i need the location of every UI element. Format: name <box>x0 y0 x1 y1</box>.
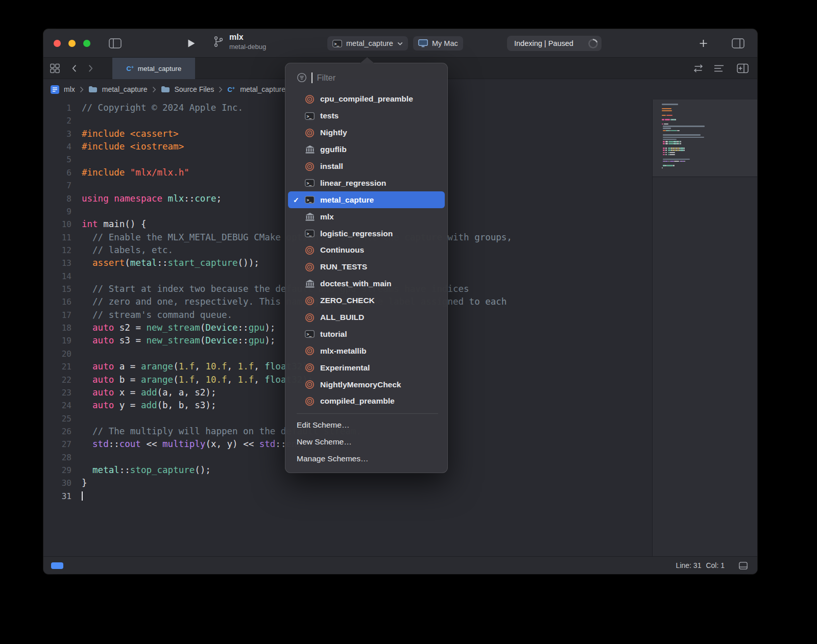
filter-icon <box>297 72 307 83</box>
scheme-selector[interactable]: >_ metal_capture <box>327 36 408 51</box>
menu-action-item[interactable]: Edit Scheme… <box>285 417 447 434</box>
related-items-icon[interactable] <box>50 63 60 73</box>
line-number[interactable]: 28 <box>43 451 71 464</box>
close-window-button[interactable] <box>54 40 61 47</box>
editor-options-icon[interactable] <box>714 64 724 72</box>
scheme-name: metal_capture <box>320 195 374 205</box>
line-number[interactable]: 22 <box>43 374 71 386</box>
line-number[interactable]: 27 <box>43 438 71 451</box>
minimap[interactable] <box>652 100 757 556</box>
back-button[interactable] <box>72 64 77 72</box>
line-number[interactable]: 4 <box>43 140 71 153</box>
line-number[interactable]: 7 <box>43 179 71 192</box>
code-line[interactable]: 31 <box>43 490 652 503</box>
line-number[interactable]: 29 <box>43 464 71 477</box>
target-icon <box>304 363 315 373</box>
svg-text:>_: >_ <box>306 232 311 236</box>
scheme-menu-item[interactable]: Nightly <box>288 125 445 141</box>
scheme-menu-item[interactable]: >_tests <box>288 108 445 125</box>
line-number[interactable]: 5 <box>43 153 71 166</box>
line-number[interactable]: 24 <box>43 399 71 412</box>
forward-button[interactable] <box>88 64 93 72</box>
inspector-toggle-icon[interactable] <box>732 38 744 48</box>
scheme-menu-item[interactable]: Experimental <box>288 359 445 376</box>
breadcrumb-item[interactable]: metal_capture <box>240 85 285 93</box>
new-tab-button[interactable] <box>699 39 708 47</box>
scheme-menu-item[interactable]: install <box>288 158 445 175</box>
line-number[interactable]: 11 <box>43 231 71 244</box>
minimize-window-button[interactable] <box>68 40 76 47</box>
swap-editors-icon[interactable] <box>693 64 704 72</box>
menu-action-item[interactable]: Manage Schemes… <box>285 451 447 467</box>
line-number[interactable]: 18 <box>43 321 71 334</box>
scheme-menu-item[interactable]: mlx-metallib <box>288 342 445 359</box>
line-number[interactable]: 19 <box>43 334 71 347</box>
line-number[interactable]: 9 <box>43 205 71 218</box>
scheme-menu-item[interactable]: >_linear_regression <box>288 175 445 191</box>
code-text <box>82 490 83 503</box>
line-number[interactable]: 21 <box>43 360 71 373</box>
target-icon <box>304 380 315 389</box>
code-text: metal::stop_capture(); <box>82 464 211 477</box>
menu-action-item[interactable]: New Scheme… <box>285 434 447 451</box>
line-number[interactable]: 3 <box>43 128 71 140</box>
cpp-file-icon: C+ <box>126 65 134 72</box>
line-number[interactable]: 2 <box>43 114 71 127</box>
breadcrumb-item[interactable]: metal_capture <box>102 85 148 93</box>
minimap-line <box>662 123 663 125</box>
scheme-menu-item[interactable]: >_logistic_regression <box>288 225 445 242</box>
scheme-menu-item[interactable]: compiled_preamble <box>288 393 445 410</box>
minimap-line <box>665 143 667 144</box>
line-number[interactable]: 8 <box>43 192 71 205</box>
line-number[interactable]: 25 <box>43 412 71 425</box>
navigator-toggle-icon[interactable] <box>109 38 122 48</box>
breadcrumb-item[interactable]: Source Files <box>175 85 214 93</box>
code-text: int main() { <box>82 218 146 231</box>
svg-text:+: + <box>131 65 134 70</box>
code-line[interactable]: 30} <box>43 477 652 489</box>
line-number[interactable]: 6 <box>43 166 71 179</box>
line-number[interactable]: 1 <box>43 102 71 114</box>
scheme-menu-item[interactable]: cpu_compiled_preamble <box>288 91 445 108</box>
line-number[interactable]: 15 <box>43 283 71 295</box>
editor-layout-icon[interactable] <box>739 562 748 569</box>
add-editor-icon[interactable] <box>737 63 749 73</box>
line-number[interactable]: 31 <box>43 490 71 503</box>
target-icon <box>304 313 315 323</box>
scheme-menu-item[interactable]: >_tutorial <box>288 326 445 342</box>
scheme-menu-item[interactable]: RUN_TESTS <box>288 259 445 276</box>
fullscreen-window-button[interactable] <box>83 40 90 47</box>
minimap-line <box>662 110 672 112</box>
minimap-line <box>668 141 674 142</box>
line-number[interactable]: 14 <box>43 270 71 283</box>
run-button[interactable] <box>187 39 196 48</box>
scheme-menu-item[interactable]: gguflib <box>288 141 445 158</box>
destination-selector[interactable]: My Mac <box>413 36 463 51</box>
activity-status-view[interactable]: Indexing | Paused <box>507 36 602 51</box>
line-number[interactable]: 26 <box>43 425 71 438</box>
scheme-menu-item[interactable]: mlx <box>288 208 445 225</box>
line-number[interactable]: 13 <box>43 257 71 269</box>
line-number[interactable]: 12 <box>43 244 71 257</box>
minimap-line <box>670 161 674 162</box>
minimap-line <box>684 150 685 151</box>
scheme-menu-item[interactable]: Continuous <box>288 242 445 259</box>
scheme-menu-item[interactable]: ALL_BUILD <box>288 309 445 326</box>
breakpoint-indicator[interactable] <box>51 562 63 569</box>
status-bar: Line: 31 Col: 1 <box>43 556 757 574</box>
breadcrumb-item[interactable]: mlx <box>64 85 75 93</box>
line-number[interactable]: 10 <box>43 218 71 231</box>
scheme-menu-item[interactable]: NightlyMemoryCheck <box>288 376 445 393</box>
line-number[interactable]: 20 <box>43 348 71 360</box>
scheme-menu-item[interactable]: ✓>_metal_capture <box>288 191 445 208</box>
minimap-line <box>663 154 665 156</box>
line-number[interactable]: 16 <box>43 295 71 308</box>
line-number[interactable]: 23 <box>43 386 71 399</box>
tab-metal-capture[interactable]: C+ metal_capture <box>112 58 195 79</box>
scheme-menu-item[interactable]: ZERO_CHECK <box>288 292 445 309</box>
toolbar: mlx metal-debug >_ metal_capture My Mac … <box>43 29 757 58</box>
scheme-filter-field[interactable]: Filter <box>285 69 447 86</box>
line-number[interactable]: 30 <box>43 477 71 489</box>
line-number[interactable]: 17 <box>43 309 71 321</box>
scheme-menu-item[interactable]: doctest_with_main <box>288 276 445 292</box>
